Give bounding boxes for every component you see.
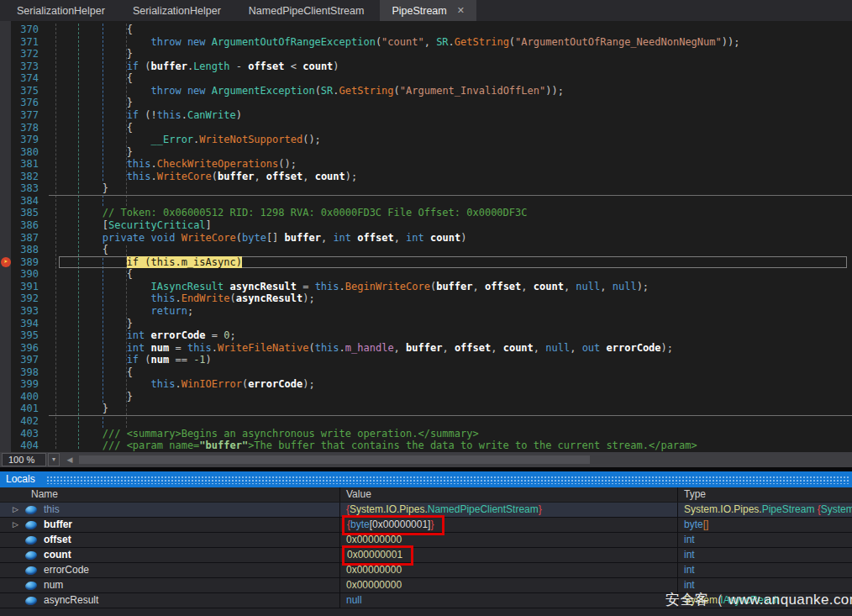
code-line-399[interactable]: 399this.WinIOError(errorCode); [0,378,852,391]
code-token: SecurityCritical [108,219,206,231]
column-header-value[interactable]: Value [340,487,678,502]
code-token: ) [206,354,212,366]
code-line-374[interactable]: 374{ [0,72,852,85]
tab-pipestream[interactable]: PipeStream✕ [380,0,476,21]
tab-label: PipeStream [392,5,446,17]
code-token [145,329,150,341]
horizontal-scrollbar[interactable]: ◀ [62,453,852,466]
code-line-400[interactable]: 400} [0,391,852,403]
variable-icon [24,596,38,606]
tab-serializationhelper[interactable]: SerializationHelper [5,0,117,21]
code-line-376[interactable]: 376} [0,97,852,109]
tab-namedpipeclientstream[interactable]: NamedPipeClientStream [237,0,376,21]
line-number: 393 [0,305,39,318]
breakpoint-current-statement-icon[interactable]: ➤ [1,257,11,267]
code-line-381[interactable]: 381this.CheckWriteOperations(); [0,158,852,171]
expander-icon[interactable]: ▷ [13,503,18,517]
close-tab-icon[interactable]: ✕ [457,6,465,15]
code-line-393[interactable]: 393return; [0,305,852,318]
value-token: byte [350,519,370,530]
code-token [181,36,187,48]
code-token: this [315,342,339,354]
code-token: ( [308,342,314,354]
code-line-375[interactable]: 375throw new ArgumentException(SR.GetStr… [0,85,852,97]
code-text: } [127,97,133,109]
code-line-390[interactable]: 390{ [0,268,852,281]
line-number: 383 [0,182,39,195]
code-line-380[interactable]: 380} [0,146,852,159]
code-line-395[interactable]: 395int errorCode = 0; [0,329,852,342]
code-token: (! [139,109,157,121]
code-token: , [394,342,406,354]
code-text: if (buffer.Length - offset < count) [127,61,339,73]
code-token: WriteCore [157,171,212,182]
column-header-type[interactable]: Type [678,487,852,502]
line-number: 391 [0,281,39,293]
variable-name: offset [44,534,71,545]
code-line-386[interactable]: 386[SecurityCritical] [0,219,852,232]
code-line-387[interactable]: 387private void WriteCore(byte[] buffer,… [0,232,852,245]
zoom-dropdown-arrow-icon[interactable]: ▾ [48,453,60,466]
locals-panel-title[interactable]: Locals [0,471,852,487]
code-line-378[interactable]: 378{ [0,122,852,134]
code-line-397[interactable]: 397if (num == -1) [0,354,852,366]
code-token: < [285,61,303,72]
code-text: this.EndWrite(asyncResult); [151,292,315,305]
code-token: CheckWriteOperations [157,158,279,170]
code-token: offset [266,171,302,182]
code-editor[interactable]: 370{371throw new ArgumentOutOfRangeExcep… [0,21,852,452]
code-line-371[interactable]: 371throw new ArgumentOutOfRangeException… [0,36,852,49]
code-line-373[interactable]: 373if (buffer.Length - offset < count) [0,61,852,73]
zoom-level-select[interactable]: 100 % [2,453,46,466]
code-token: offset [485,281,521,292]
code-token: ( [315,85,321,97]
code-line-392[interactable]: 392this.EndWrite(asyncResult); [0,292,852,305]
code-line-382[interactable]: 382this.WriteCore(buffer, offset, count)… [0,171,852,183]
code-token: (); [302,134,321,145]
code-token: )); [722,36,740,48]
code-line-389[interactable]: 389➤if (this.m_isAsync) [0,256,852,269]
locals-row-buffer[interactable]: ▷buffer{byte[0x00000001]}byte[] [0,518,852,533]
code-token [600,342,606,354]
code-token: ); [637,281,649,292]
code-token: if [127,354,139,366]
code-line-388[interactable]: 388{ [0,244,852,256]
code-line-383[interactable]: 383} [0,182,852,195]
code-line-403[interactable]: 403/// <summary>Begins an asynchronous w… [0,428,852,440]
variable-name: buffer [44,519,72,530]
code-line-384[interactable]: 384 [0,195,852,208]
code-line-402[interactable]: 402 [0,415,852,428]
code-token: "ArgumentOutOfRange_NeedNonNegNum" [515,36,722,48]
code-line-379[interactable]: 379__Error.WriteNotSupported(); [0,134,852,146]
expander-icon[interactable]: ▷ [13,518,18,532]
code-line-370[interactable]: 370{ [0,24,852,36]
scroll-left-icon[interactable]: ◀ [64,453,76,466]
code-line-377[interactable]: 377if (!this.CanWrite) [0,109,852,122]
code-token: count [503,342,534,354]
line-number: 372 [0,48,39,61]
code-token: this [127,158,151,170]
column-header-name[interactable]: Name [0,487,340,502]
code-token: buffer [151,61,187,72]
code-line-398[interactable]: 398{ [0,366,852,379]
code-token: ( [236,232,242,244]
code-token: new [187,36,206,48]
code-text: { [127,122,133,134]
code-line-404[interactable]: 404/// <param name="buffer">The buffer t… [0,440,852,452]
code-line-391[interactable]: 391IAsyncResult asyncResult = this.Begin… [0,281,852,293]
code-token: /// <summary>Begins an asynchronous writ… [103,428,479,440]
code-line-396[interactable]: 396int num = this.WriteFileNative(this.m… [0,342,852,355]
code-line-385[interactable]: 385// Token: 0x06000512 RID: 1298 RVA: 0… [0,207,852,219]
code-line-372[interactable]: 372} [0,48,852,61]
line-number: 392 [0,292,39,305]
scrollbar-thumb[interactable] [79,455,590,464]
code-line-401[interactable]: 401} [0,403,852,415]
code-token: ( [509,36,515,48]
locals-row-errorCode[interactable]: errorCode0x00000000int [0,563,852,578]
code-token: count [315,171,345,182]
locals-row-count[interactable]: count0x00000001int [0,548,852,563]
line-number: 382 [0,171,39,183]
code-token: } [103,403,108,414]
code-line-394[interactable]: 394} [0,318,852,330]
tab-serializationhelper[interactable]: SerializationHelper [121,0,233,21]
